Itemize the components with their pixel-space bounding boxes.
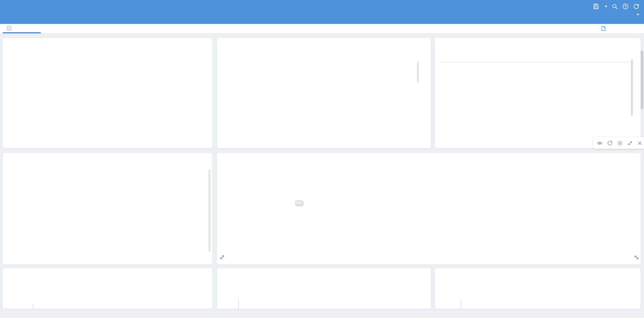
resize-handle-icon[interactable] — [220, 255, 225, 260]
system-traffic-card — [3, 268, 212, 309]
expand-icon[interactable] — [627, 140, 633, 146]
close-icon[interactable] — [637, 141, 642, 146]
help-icon[interactable]: ? — [622, 3, 629, 9]
session-mini-chart — [464, 299, 639, 309]
rank-table-scrollbar[interactable] — [631, 59, 633, 116]
rank-table-header — [435, 55, 641, 62]
user-menu[interactable] — [603, 6, 607, 7]
system-info-card — [3, 153, 212, 264]
new-custom-tab-button[interactable] — [601, 26, 608, 31]
area-chart — [235, 183, 634, 250]
new-document-icon — [601, 26, 606, 31]
refresh-icon[interactable] — [607, 140, 613, 146]
chevron-down-icon — [637, 14, 639, 15]
virtual-system-selector[interactable] — [631, 14, 639, 15]
session-stats-card — [435, 268, 641, 309]
edit-icon[interactable] — [7, 26, 11, 31]
device-status-card — [3, 38, 212, 148]
app-traffic-rank-card — [435, 38, 641, 148]
y-axis-line — [33, 304, 33, 309]
new-session-rate-card — [217, 153, 641, 264]
app-header: ? — [0, 0, 644, 24]
packet-loss-card — [217, 268, 431, 309]
license-scrollbar[interactable] — [417, 62, 419, 82]
license-info-card — [217, 38, 431, 148]
resize-handle-icon[interactable] — [634, 255, 639, 260]
chart-toolbar — [593, 137, 644, 149]
header-controls: ? — [593, 3, 639, 9]
chevron-down-icon — [605, 6, 607, 7]
active-tab-indicator — [3, 32, 41, 33]
page-scrollbar[interactable] — [641, 50, 643, 109]
search-icon[interactable] — [612, 4, 618, 9]
divider — [441, 62, 634, 62]
y-axis-line — [461, 299, 461, 309]
chart-tooltip — [295, 201, 303, 205]
svg-text:?: ? — [624, 4, 627, 8]
y-axis-line — [238, 299, 239, 309]
tab-predefined-monitor[interactable] — [5, 26, 11, 31]
gear-icon[interactable] — [617, 140, 623, 146]
logout-icon[interactable] — [633, 3, 639, 9]
save-icon[interactable] — [593, 4, 599, 9]
eye-icon[interactable] — [597, 140, 603, 146]
system-info-scrollbar[interactable] — [209, 169, 211, 252]
tab-bar — [0, 24, 644, 34]
